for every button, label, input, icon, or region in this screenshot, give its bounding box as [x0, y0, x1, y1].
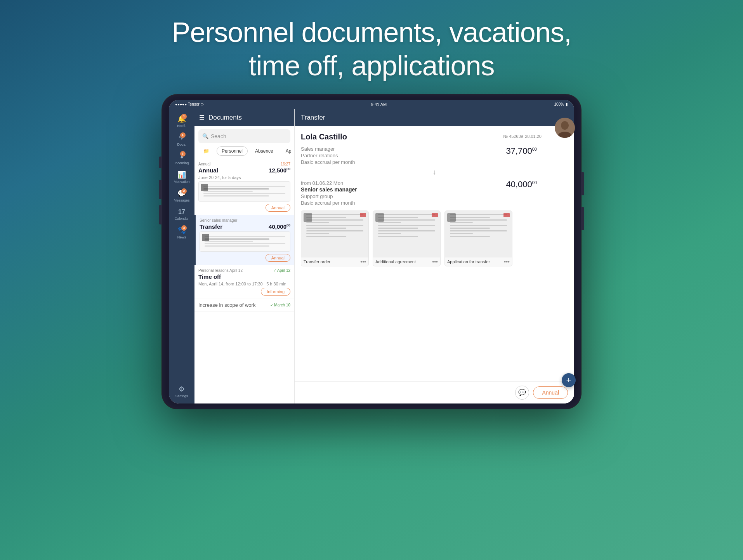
tab-personnel[interactable]: Personnel — [217, 146, 248, 156]
doc-options-button[interactable]: ••• — [432, 259, 438, 265]
folder-tab[interactable]: 📁 — [198, 146, 214, 156]
filter-tabs: 📁 Personnel Absence Ap — [194, 146, 294, 159]
doc-options-button[interactable]: ••• — [504, 259, 510, 265]
search-bar[interactable]: 🔍 Seach — [198, 129, 290, 143]
document-card-transfer-order[interactable]: Transfer order ••• — [301, 210, 369, 266]
doc-thumb-preview — [373, 211, 440, 257]
transfer-detail-content: Lola Castillo № 452639 28.01.20 — [295, 126, 574, 381]
doc-thumb-label: Application for transfer — [447, 259, 490, 264]
sidebar-item-calendar[interactable]: 17 Calendar — [171, 205, 193, 223]
thumb-line — [205, 243, 286, 244]
doc-line — [306, 236, 346, 237]
list-item[interactable]: Increase in scope of work ✓ March 10 — [194, 299, 294, 311]
list-item[interactable]: Senior sales manager Transfer 40,00000 — [194, 215, 294, 265]
sidebar-label-settings: Settings — [175, 394, 188, 398]
doc-line — [450, 214, 507, 215]
doc-line — [378, 222, 401, 223]
volume-up-button[interactable] — [159, 180, 162, 199]
clock: 9:41 AM — [371, 102, 387, 107]
hamburger-icon[interactable]: ☰ — [199, 114, 205, 121]
to-salary-label: Basic accrual per month — [301, 200, 568, 206]
doc-item-header: Annual 16:27 — [198, 162, 290, 166]
employee-name: Lola Castillo — [301, 132, 347, 141]
docs-icon: ✈ 1 — [179, 133, 185, 142]
arrow-down-icon: ↓ — [301, 168, 568, 176]
search-input[interactable]: Seach — [211, 133, 226, 139]
doc-preview-lines — [378, 214, 435, 237]
doc-line — [450, 219, 507, 221]
tab-applications[interactable]: Ap — [281, 146, 297, 156]
add-fab-button[interactable]: + — [562, 373, 574, 387]
doc-line — [306, 217, 346, 218]
annual-badge-button[interactable]: Annual — [266, 204, 290, 212]
sidebar-item-docs[interactable]: ✈ 1 Docs. — [171, 131, 193, 149]
doc-line — [306, 233, 329, 234]
doc-item-header: Personal reasons April 12 ✓ April 12 — [198, 268, 290, 273]
comment-icon: 💬 — [518, 389, 526, 396]
doc-line — [378, 236, 418, 237]
list-item[interactable]: Personal reasons April 12 ✓ April 12 Tim… — [194, 265, 294, 299]
sidebar-label-calendar: Calendar — [175, 217, 189, 221]
doc-line — [306, 214, 363, 215]
thumb-line — [203, 193, 286, 194]
doc-thumb-preview — [301, 211, 368, 257]
doc-preview-lines — [450, 214, 507, 237]
red-tag — [360, 213, 366, 217]
doc-title: Increase in scope of work — [198, 302, 255, 308]
list-item[interactable]: Annual 16:27 Annual 12,50000 June 20-24,… — [194, 159, 294, 215]
thumb-line — [203, 195, 269, 197]
transfer-title: Transfer — [301, 114, 325, 122]
transfer-top: Lola Castillo № 452639 28.01.20 — [301, 132, 568, 141]
battery-icon: ▮ — [566, 102, 568, 106]
doc-badge-row: Annual — [200, 254, 290, 262]
document-list: Annual 16:27 Annual 12,50000 June 20-24,… — [194, 159, 294, 403]
doc-thumb-label: Additional agreement — [375, 259, 416, 264]
hero-line1: Personnel documents, vacations, — [172, 17, 571, 48]
annual-action-button[interactable]: Annual — [533, 386, 568, 399]
qr-code-thumb — [447, 213, 456, 222]
annual-badge-button[interactable]: Annual — [266, 254, 290, 262]
march-check-date: ✓ March 10 — [270, 303, 290, 307]
status-bar: ●●●●● Tensor ⊃ 9:41 AM 100% ▮ — [169, 100, 574, 109]
sidebar-item-messages[interactable]: 💬 2 Messages — [171, 187, 193, 205]
red-tag — [503, 213, 510, 217]
doc-line — [378, 214, 435, 215]
battery-status: 100% ▮ — [554, 102, 568, 106]
doc-item-header: Senior sales manager — [200, 218, 290, 223]
qr-code-thumb — [375, 213, 384, 222]
doc-options-button[interactable]: ••• — [360, 259, 366, 265]
documents-title: Documents — [208, 114, 242, 122]
carrier-signal: ●●●●● Tensor ⊃ — [175, 102, 204, 106]
doc-amount: 12,50000 — [269, 167, 290, 174]
thumb-lines — [205, 234, 286, 249]
mute-button[interactable] — [159, 157, 162, 168]
incoming-badge: 3 — [180, 151, 186, 157]
sidebar-item-news[interactable]: 🐾 3 News — [171, 224, 193, 242]
sidebar-item-settings[interactable]: ⚙ Settings — [171, 383, 193, 400]
from-salary-label: Basic accrual per month — [301, 159, 568, 165]
bell-icon: 🔔 1 — [177, 115, 186, 123]
sidebar-item-notifications[interactable]: 🔔 1 Notifi. — [171, 112, 193, 130]
document-card-application-for-transfer[interactable]: Application for transfer ••• — [444, 210, 512, 266]
doc-line — [450, 236, 490, 237]
doc-amount: 40,00000 — [269, 223, 290, 230]
doc-meta: № 452639 28.01.20 — [503, 132, 542, 139]
doc-title-row: Time off — [198, 273, 290, 280]
thumb-line — [205, 245, 269, 247]
informing-button[interactable]: Informing — [261, 288, 290, 296]
doc-line — [450, 222, 473, 223]
doc-time: 16:27 — [281, 162, 290, 166]
comment-button[interactable]: 💬 — [515, 386, 529, 400]
doc-line — [450, 217, 490, 218]
doc-line — [306, 219, 363, 221]
qr-code — [201, 184, 208, 191]
app-container: 🔔 1 Notifi. ✈ 1 Docs. ⬇ — [169, 109, 574, 403]
doc-line — [378, 233, 401, 234]
sidebar-item-motivation[interactable]: 📊 Motivation — [171, 168, 193, 186]
document-card-additional-agreement[interactable]: Additional agreement ••• — [373, 210, 441, 266]
sidebar-item-incoming[interactable]: ⬇ 3 Incoming — [171, 150, 193, 167]
docs-badge: 1 — [180, 132, 186, 138]
volume-down-button[interactable] — [159, 205, 162, 224]
hero-section: Personnel documents, vacations, time off… — [172, 16, 571, 83]
tab-absence[interactable]: Absence — [250, 146, 278, 156]
